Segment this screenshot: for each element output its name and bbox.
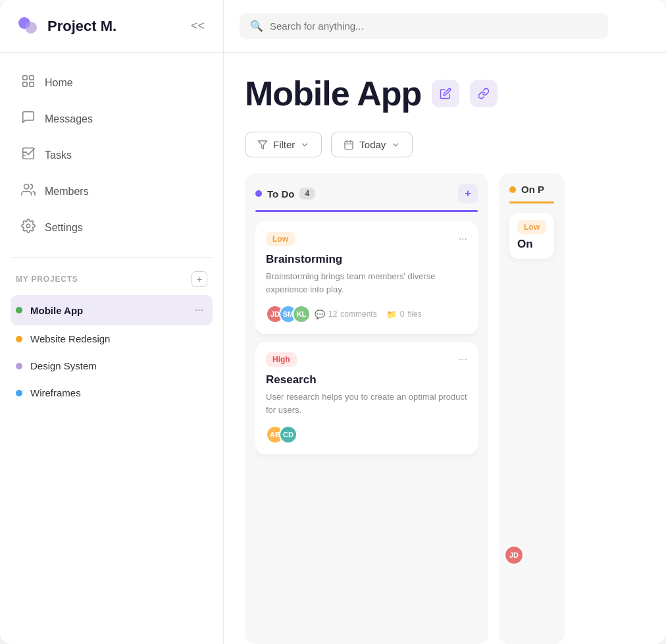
svg-rect-3 [30,76,34,80]
project-item-mobile-app[interactable]: Mobile App ··· [11,295,213,325]
project-name-website-redesign: Website Redesign [30,333,207,344]
page-title: Mobile App [245,74,421,113]
main-content: Mobile App Filter [224,53,666,644]
project-name-mobile-app: Mobile App [30,305,183,316]
col-header-todo: To Do 4 + [255,184,478,203]
filter-button[interactable]: Filter [245,132,322,157]
filter-row: Filter Today [245,132,645,157]
partial-priority: Low [517,220,546,234]
home-icon [21,74,36,92]
card-top-row-research: High ··· [266,352,467,367]
task-card-brainstorming: Low ··· Brainstorming Brainstorming brin… [255,221,478,334]
svg-point-10 [26,224,30,228]
search-box[interactable]: 🔍 [240,13,608,39]
card-meta-comments: 💬 12 comments [315,309,377,319]
sidebar-item-messages[interactable]: Messages [11,102,213,136]
settings-label: Settings [45,222,83,234]
sidebar-header: Project M. << [0,0,224,52]
search-input[interactable] [270,20,598,32]
sidebar: Home Messages [0,53,224,644]
task-card-research: High ··· Research User research helps yo… [255,342,478,454]
card-footer-brainstorming: JD SM KL 💬 12 comments 📁 [266,305,467,323]
svg-rect-12 [345,141,353,149]
sidebar-item-settings[interactable]: Settings [11,211,213,244]
card-top-row: Low ··· [266,232,467,246]
col-add-button-todo[interactable]: + [458,184,478,203]
search-icon: 🔍 [250,20,263,32]
members-icon [21,182,36,200]
app-logo [16,14,39,38]
projects-header: MY PROJECTS + [11,271,213,295]
avatars-brainstorming: JD SM KL [266,305,305,323]
project-dot-website-redesign [16,336,22,342]
project-name-wireframes: Wireframes [30,387,207,398]
kanban-col-on-progress: On P Low On JD [499,173,565,644]
priority-badge: Low [266,232,295,246]
svg-rect-5 [30,82,34,86]
files-count: 0 [400,309,405,319]
col-count-todo: 4 [299,188,315,200]
svg-rect-4 [23,82,27,86]
sidebar-divider [11,257,213,258]
card-title-brainstorming: Brainstorming [266,253,467,266]
col-header-on-progress: On P [509,184,554,195]
partial-card-title: On [517,238,546,251]
top-bar: Project M. << 🔍 [0,0,666,53]
add-project-button[interactable]: + [192,271,207,287]
card-title-research: Research [266,373,467,387]
card-desc-brainstorming: Brainstorming brings team members' diver… [266,270,467,296]
project-dot-mobile-app [16,307,22,313]
edit-title-button[interactable] [432,80,459,107]
comments-label: comments [340,309,376,319]
svg-marker-11 [258,141,267,149]
col-progress-todo [255,210,478,212]
col-title-todo: To Do [267,188,294,200]
card-menu-button[interactable]: ··· [459,233,467,245]
project-item-design-system[interactable]: Design System [11,352,213,379]
project-item-website-redesign[interactable]: Website Redesign [11,325,213,352]
link-button[interactable] [470,80,498,107]
svg-rect-6 [23,148,34,159]
files-icon: 📁 [386,309,397,319]
page-title-row: Mobile App [245,74,645,113]
collapse-sidebar-button[interactable]: << [188,16,207,36]
brand-name: Project M. [47,18,180,35]
card-footer-research: AB CD [266,425,467,444]
projects-section-label: MY PROJECTS [16,275,78,284]
messages-label: Messages [45,113,93,125]
projects-section: MY PROJECTS + Mobile App ··· Website Red… [0,271,223,406]
messages-icon [21,110,36,128]
kanban-board: To Do 4 + Low ··· Brainstorming Brainsto… [245,173,645,644]
avatar: KL [292,305,311,323]
home-label: Home [45,77,73,89]
files-label: files [407,309,421,319]
partial-avatar: JD [504,545,524,565]
kanban-col-todo: To Do 4 + Low ··· Brainstorming Brainsto… [245,173,488,644]
svg-point-9 [24,184,29,189]
members-label: Members [45,186,89,198]
project-item-wireframes[interactable]: Wireframes [11,379,213,406]
today-filter-button[interactable]: Today [331,132,413,157]
tasks-icon [21,146,36,164]
sidebar-item-members[interactable]: Members [11,174,213,208]
comments-count: 12 [328,309,337,319]
priority-badge-research: High [266,352,297,367]
card-desc-research: User research helps you to create an opt… [266,390,467,416]
col-dot-on-progress [509,186,516,193]
svg-point-1 [25,22,37,34]
card-menu-button-research[interactable]: ··· [459,354,467,365]
filter-label: Filter [273,139,295,150]
body-layout: Home Messages [0,53,666,644]
avatars-research: AB CD [266,425,292,444]
project-menu-button-mobile-app[interactable]: ··· [191,303,207,317]
sidebar-item-tasks[interactable]: Tasks [11,138,213,172]
settings-icon [21,219,36,236]
avatar: CD [279,425,297,444]
project-name-design-system: Design System [30,360,207,371]
col-title-on-progress: On P [521,184,544,195]
cards-list-todo: Low ··· Brainstorming Brainstorming brin… [255,221,478,633]
tasks-label: Tasks [45,149,72,161]
card-meta-files: 📁 0 files [386,309,422,319]
today-label: Today [359,139,386,150]
sidebar-item-home[interactable]: Home [11,66,213,99]
